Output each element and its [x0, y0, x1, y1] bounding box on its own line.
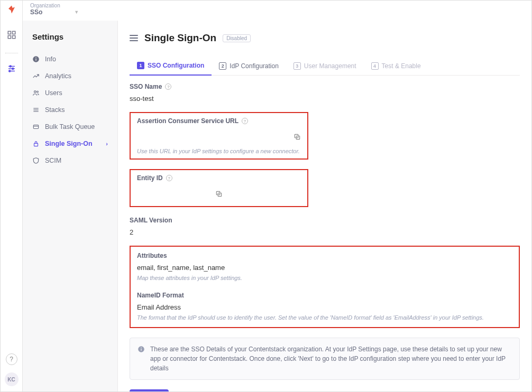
highlight-entity-id: Entity ID ? — [130, 169, 308, 207]
nav-label: Bulk Task Queue — [45, 123, 95, 130]
svg-rect-1 — [12, 31, 15, 34]
field-value: Email Address — [137, 303, 512, 311]
svg-rect-26 — [141, 349, 141, 351]
sidebar-item-analytics[interactable]: Analytics — [23, 68, 117, 85]
org-selector[interactable]: SSo ▼ — [30, 8, 79, 16]
nav-label: Stacks — [45, 106, 65, 114]
step-tabs: 1 SSO Configuration 2 IdP Configuration … — [130, 58, 520, 76]
tab-label: IdP Configuration — [230, 62, 279, 70]
field-label-text: SSO Name — [130, 83, 162, 90]
sidebar-title: Settings — [23, 32, 117, 51]
svg-rect-11 — [35, 59, 36, 61]
user-avatar[interactable]: KC — [5, 372, 19, 386]
svg-point-5 — [10, 66, 11, 67]
svg-rect-20 — [34, 143, 38, 146]
help-tooltip-icon[interactable]: ? — [165, 83, 171, 90]
step-number: 2 — [219, 62, 226, 70]
sidebar-item-info[interactable]: Info — [23, 51, 117, 68]
field-sso-name: SSO Name ? sso-test — [130, 83, 520, 102]
nav-label: Single Sign-On — [45, 140, 93, 147]
tab-idp-configuration[interactable]: 2 IdP Configuration — [212, 58, 286, 75]
queue-icon — [32, 123, 40, 130]
shield-icon — [32, 157, 40, 164]
info-icon — [32, 55, 40, 63]
page-title: Single Sign-On — [144, 32, 216, 44]
svg-rect-2 — [8, 36, 11, 39]
svg-point-13 — [34, 91, 36, 93]
info-callout: These are the SSO Details of your Conten… — [130, 338, 520, 380]
next-button[interactable]: Next › — [130, 389, 169, 391]
sidebar-item-scim[interactable]: SCIM — [23, 152, 117, 169]
dashboard-icon[interactable] — [7, 30, 16, 40]
nav-label: Users — [45, 89, 62, 97]
copy-icon[interactable] — [293, 133, 301, 141]
svg-point-27 — [141, 347, 142, 348]
svg-point-14 — [36, 91, 38, 92]
sidebar-item-stacks[interactable]: Stacks — [23, 101, 117, 118]
lock-icon — [32, 140, 40, 147]
tab-test-enable: 4 Test & Enable — [364, 58, 428, 75]
svg-rect-3 — [12, 36, 15, 39]
topbar: Organization SSo ▼ — [23, 1, 531, 21]
field-hint: The format that the IdP should use to id… — [137, 314, 512, 321]
field-nameid-format: NameID Format Email Address The format t… — [137, 292, 512, 321]
tab-sso-configuration[interactable]: 1 SSO Configuration — [130, 58, 212, 76]
tab-label: Test & Enable — [382, 62, 421, 70]
step-number: 4 — [371, 62, 379, 70]
app-rail: ? KC — [1, 1, 23, 391]
svg-point-9 — [8, 70, 10, 72]
field-label-text: Assertion Consumer Service URL — [137, 117, 239, 125]
nav-label: SCIM — [45, 157, 61, 164]
users-icon — [32, 89, 40, 97]
nav-label: Info — [45, 55, 56, 63]
field-attributes: Attributes email, first_name, last_name … — [137, 252, 512, 281]
step-number: 1 — [137, 62, 144, 69]
highlight-attributes-nameid: Attributes email, first_name, last_name … — [130, 246, 520, 328]
sidebar-item-single-sign-on[interactable]: Single Sign-On › — [23, 135, 117, 152]
field-label-text: NameID Format — [137, 292, 184, 299]
sidebar-item-bulk-task-queue[interactable]: Bulk Task Queue — [23, 118, 117, 135]
status-badge: Disabled — [223, 34, 251, 42]
main-panel: Single Sign-On Disabled 1 SSO Configurat… — [118, 21, 531, 391]
copy-icon[interactable] — [215, 190, 223, 198]
field-hint: Map these attributes in your IdP setting… — [137, 275, 512, 281]
field-saml-version: SAML Version 2 — [130, 217, 520, 236]
settings-sidebar: Settings Info Analytics Users Stacks — [23, 21, 118, 391]
step-number: 3 — [293, 62, 301, 70]
nav-label: Analytics — [45, 72, 71, 80]
rail-divider — [5, 53, 18, 53]
field-label-text: Attributes — [137, 252, 167, 259]
highlight-acs-url: Assertion Consumer Service URL ? Use thi… — [130, 112, 308, 160]
chevron-down-icon: ▼ — [74, 10, 79, 15]
field-value: 2 — [130, 228, 520, 236]
field-value: sso-test — [130, 95, 520, 102]
org-label: Organization — [30, 3, 60, 8]
field-label-text: SAML Version — [130, 217, 172, 224]
menu-toggle-icon[interactable] — [130, 35, 138, 41]
svg-point-12 — [35, 57, 36, 58]
chevron-right-icon: › — [106, 141, 108, 147]
svg-rect-18 — [33, 125, 38, 129]
help-tooltip-icon[interactable]: ? — [166, 175, 172, 181]
brand-logo-icon — [7, 5, 16, 14]
help-tooltip-icon[interactable]: ? — [242, 118, 248, 124]
svg-rect-0 — [8, 31, 11, 34]
sidebar-item-users[interactable]: Users — [23, 85, 117, 101]
analytics-icon — [32, 72, 40, 80]
stacks-icon — [32, 106, 40, 114]
help-icon[interactable]: ? — [6, 353, 17, 365]
field-hint: Use this URL in your IdP settings to con… — [137, 148, 301, 154]
tab-label: SSO Configuration — [148, 62, 204, 69]
org-name: SSo — [30, 8, 42, 16]
info-text: These are the SSO Details of your Conten… — [150, 344, 512, 373]
tab-label: User Management — [304, 62, 356, 70]
tab-user-management: 3 User Management — [286, 58, 364, 75]
field-label-text: Entity ID — [137, 174, 163, 182]
svg-point-7 — [12, 68, 13, 70]
field-value: email, first_name, last_name — [137, 264, 512, 272]
settings-sliders-icon[interactable] — [7, 64, 16, 73]
info-icon — [137, 346, 145, 353]
